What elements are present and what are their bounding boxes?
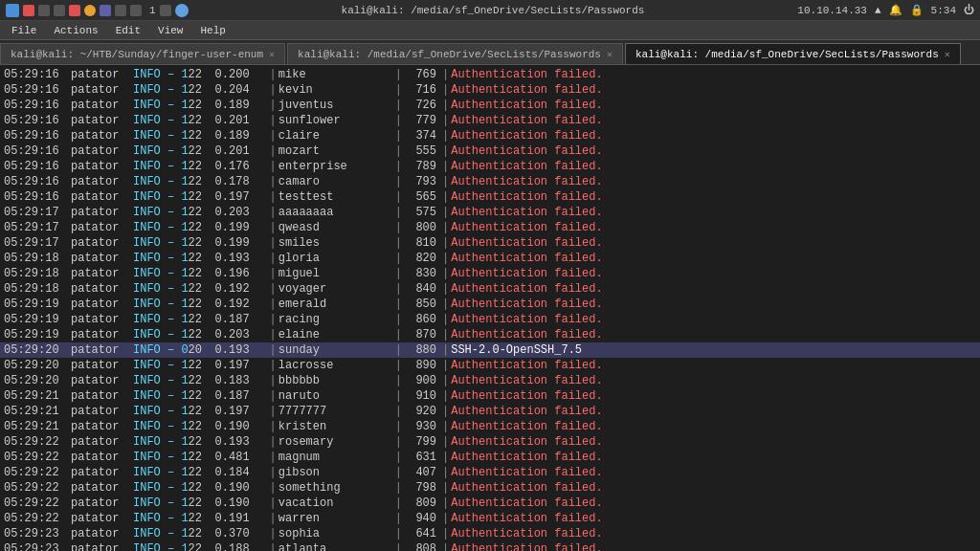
col-host: patator bbox=[71, 312, 133, 327]
col-password: testtest bbox=[278, 189, 393, 205]
col-sep3: | bbox=[442, 266, 449, 281]
col-num: 798 bbox=[404, 480, 440, 496]
tab-1[interactable]: kali@kali: /media/sf_OneDrive/SecLists/P… bbox=[287, 43, 623, 64]
col-time: 05:29:21 bbox=[4, 419, 71, 434]
col-delay: 0.199 bbox=[215, 235, 268, 251]
col-level: INFO – 1 bbox=[133, 281, 189, 297]
col-delay: 0.193 bbox=[215, 251, 268, 266]
col-delay: 0.191 bbox=[215, 511, 268, 526]
col-password: aaaaaaaa bbox=[278, 205, 393, 220]
log-row-28: 05:29:22 patator INFO – 1 22 0.190 | vac… bbox=[0, 496, 980, 511]
col-threads: 22 bbox=[189, 373, 215, 388]
col-host: patator bbox=[71, 342, 133, 358]
menu-help[interactable]: Help bbox=[192, 23, 233, 38]
col-num: 860 bbox=[404, 312, 440, 327]
sys-counter: 1 bbox=[149, 5, 156, 16]
col-sep2: | bbox=[395, 541, 402, 551]
col-password: qweasd bbox=[278, 220, 393, 235]
power-icon: ⏻ bbox=[964, 4, 974, 16]
col-time: 05:29:18 bbox=[4, 251, 71, 266]
col-delay: 0.188 bbox=[215, 541, 268, 551]
col-host: patator bbox=[71, 266, 133, 281]
col-sep2: | bbox=[395, 220, 402, 235]
col-sep: | bbox=[270, 189, 277, 205]
col-num: 726 bbox=[404, 98, 440, 113]
system-bar: 1 kali@kali: /media/sf_OneDrive/SecLists… bbox=[0, 0, 980, 21]
col-sep3: | bbox=[442, 98, 449, 113]
col-host: patator bbox=[71, 174, 133, 189]
tab-0-close[interactable]: ✕ bbox=[269, 49, 275, 60]
col-password: mike bbox=[278, 67, 393, 82]
col-num: 850 bbox=[404, 297, 440, 312]
col-status: Authentication failed. bbox=[451, 82, 602, 98]
col-password: sunflower bbox=[278, 113, 393, 128]
menu-actions[interactable]: Actions bbox=[46, 23, 105, 38]
col-level: INFO – 1 bbox=[133, 373, 189, 388]
col-time: 05:29:16 bbox=[4, 98, 71, 113]
col-delay: 0.370 bbox=[215, 526, 268, 541]
col-delay: 0.190 bbox=[215, 419, 268, 434]
col-sep3: | bbox=[442, 496, 449, 511]
tab-2[interactable]: kali@kali: /media/sf_OneDrive/SecLists/P… bbox=[625, 43, 961, 64]
col-sep3: | bbox=[442, 67, 449, 82]
col-password: voyager bbox=[278, 281, 393, 297]
col-sep: | bbox=[270, 342, 277, 358]
col-sep2: | bbox=[395, 128, 402, 143]
menu-view[interactable]: View bbox=[150, 23, 190, 38]
col-num: 930 bbox=[404, 419, 440, 434]
col-sep: | bbox=[270, 67, 277, 82]
tab-1-close[interactable]: ✕ bbox=[607, 49, 612, 60]
col-threads: 22 bbox=[189, 98, 215, 113]
log-row-12: 05:29:18 patator INFO – 1 22 0.193 | glo… bbox=[0, 251, 980, 266]
col-sep: | bbox=[270, 159, 277, 174]
col-sep3: | bbox=[442, 143, 449, 159]
tab-2-label: kali@kali: /media/sf_OneDrive/SecLists/P… bbox=[635, 49, 939, 60]
col-sep: | bbox=[270, 404, 277, 419]
col-sep2: | bbox=[395, 297, 402, 312]
col-threads: 22 bbox=[189, 388, 215, 404]
col-threads: 22 bbox=[189, 251, 215, 266]
menu-edit[interactable]: Edit bbox=[108, 23, 148, 38]
col-num: 800 bbox=[404, 220, 440, 235]
col-sep: | bbox=[270, 496, 277, 511]
terminal[interactable]: 05:29:16 patator INFO – 1 22 0.200 | mik… bbox=[0, 65, 980, 551]
tab-0[interactable]: kali@kali: ~/HTB/Sunday/finger-user-enum… bbox=[0, 43, 285, 64]
col-host: patator bbox=[71, 434, 133, 450]
menu-file[interactable]: File bbox=[4, 23, 44, 38]
col-sep: | bbox=[270, 220, 277, 235]
col-password: smiles bbox=[278, 235, 393, 251]
col-threads: 22 bbox=[189, 480, 215, 496]
col-password: rosemary bbox=[278, 434, 393, 450]
col-threads: 22 bbox=[189, 113, 215, 128]
col-time: 05:29:18 bbox=[4, 281, 71, 297]
col-sep: | bbox=[270, 266, 277, 281]
col-sep2: | bbox=[395, 189, 402, 205]
col-delay: 0.193 bbox=[215, 342, 268, 358]
kali-icon bbox=[6, 4, 19, 17]
sys-icon-purple bbox=[100, 5, 111, 16]
tab-2-close[interactable]: ✕ bbox=[945, 49, 950, 60]
col-host: patator bbox=[71, 235, 133, 251]
col-sep3: | bbox=[442, 281, 449, 297]
col-sep2: | bbox=[395, 419, 402, 434]
col-time: 05:29:22 bbox=[4, 450, 71, 465]
col-sep3: | bbox=[442, 404, 449, 419]
col-threads: 22 bbox=[189, 511, 215, 526]
col-host: patator bbox=[71, 281, 133, 297]
col-delay: 0.197 bbox=[215, 358, 268, 373]
col-status: Authentication failed. bbox=[451, 541, 602, 551]
col-num: 890 bbox=[404, 358, 440, 373]
col-sep: | bbox=[270, 480, 277, 496]
col-threads: 22 bbox=[189, 496, 215, 511]
col-level: INFO – 1 bbox=[133, 251, 189, 266]
col-status: Authentication failed. bbox=[451, 434, 602, 450]
col-threads: 22 bbox=[189, 143, 215, 159]
col-num: 789 bbox=[404, 159, 440, 174]
col-host: patator bbox=[71, 159, 133, 174]
col-sep3: | bbox=[442, 541, 449, 551]
col-sep: | bbox=[270, 205, 277, 220]
log-row-4: 05:29:16 patator INFO – 1 22 0.189 | cla… bbox=[0, 128, 980, 143]
col-sep3: | bbox=[442, 511, 449, 526]
col-password: gibson bbox=[278, 465, 393, 480]
col-level: INFO – 1 bbox=[133, 98, 189, 113]
